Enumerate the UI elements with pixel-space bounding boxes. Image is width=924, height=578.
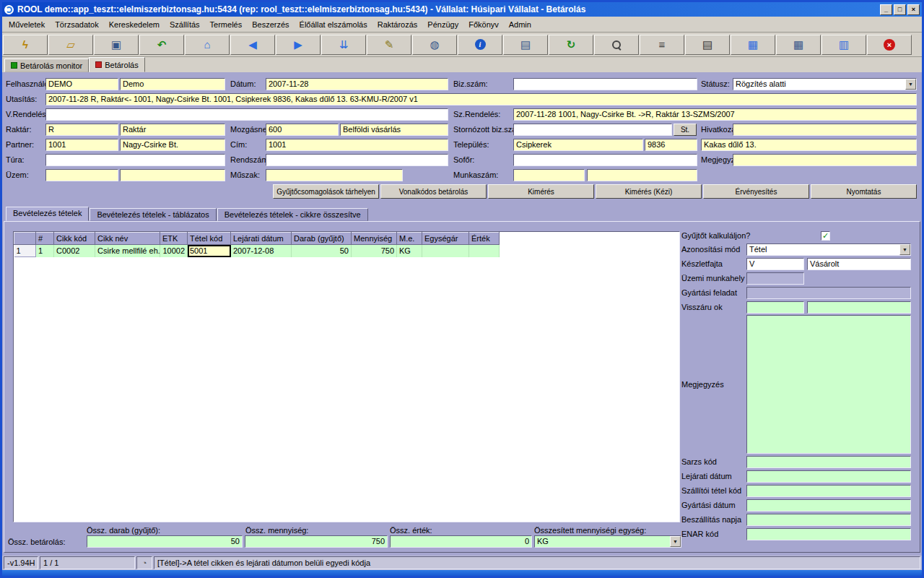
col-header-cikk-nev[interactable]: Cikk név bbox=[95, 233, 160, 245]
window-button[interactable]: ▤ bbox=[503, 35, 548, 55]
user-name-field[interactable]: Demo bbox=[120, 78, 225, 90]
mozgasnem-name-field[interactable]: Belföldi vásárlás bbox=[340, 124, 448, 136]
save-button[interactable]: ▣ bbox=[94, 35, 139, 55]
col-header-num[interactable]: # bbox=[36, 233, 54, 245]
raktar-code-field[interactable]: R bbox=[45, 124, 118, 136]
form-view-button[interactable]: ▥ bbox=[821, 35, 866, 55]
partner-name-field[interactable]: Nagy-Csirke Bt. bbox=[120, 139, 225, 151]
cell-lejarati[interactable]: 2007-12-08 bbox=[231, 245, 292, 257]
menu-item-fokonyv[interactable]: Főkönyv bbox=[463, 18, 504, 31]
cell-num[interactable]: 1 bbox=[36, 245, 54, 257]
col-header-mennyiseg[interactable]: Mennyiség bbox=[352, 233, 397, 245]
grid-edit-button[interactable]: ▦ bbox=[731, 35, 775, 55]
utasitas-field[interactable]: 2007-11-28 R, Raktár<- 1001, Nagy-Csirke… bbox=[45, 93, 917, 105]
menu-item-muveletek[interactable]: Műveletek bbox=[4, 18, 50, 31]
move-down-button[interactable]: ⇊ bbox=[321, 35, 366, 55]
chevron-down-icon[interactable]: ▼ bbox=[905, 79, 916, 90]
grid-view-button[interactable]: ▦ bbox=[776, 35, 821, 55]
keszletfajta-code-field[interactable]: V bbox=[746, 258, 804, 270]
sarzs-kod-field[interactable] bbox=[746, 456, 911, 468]
col-header-me[interactable]: M.e. bbox=[397, 233, 422, 245]
munkaszam-code-field[interactable] bbox=[513, 169, 585, 181]
statusz-select[interactable]: Rögzítés alatti ▼ bbox=[733, 78, 917, 90]
chevron-down-icon[interactable]: ▼ bbox=[670, 536, 681, 547]
tura-field[interactable] bbox=[45, 154, 225, 166]
chevron-down-icon[interactable]: ▼ bbox=[899, 244, 910, 255]
menu-item-szallitas[interactable]: Szállítás bbox=[165, 18, 205, 31]
munkaszam-name-field[interactable] bbox=[587, 169, 697, 181]
tab-betarolas[interactable]: Betárolás bbox=[89, 57, 144, 72]
user-code-field[interactable]: DEMO bbox=[45, 78, 118, 90]
visszaru-code-field[interactable] bbox=[746, 301, 804, 314]
hivatkozas-field[interactable] bbox=[733, 124, 917, 136]
table-row[interactable]: 1 1 C0002 Csirke mellfilé eh. 10002 5001… bbox=[14, 245, 680, 257]
menu-item-kereskedelem[interactable]: Kereskedelem bbox=[104, 18, 165, 31]
list-button[interactable]: ≡ bbox=[640, 35, 684, 55]
megjegyzes-textarea[interactable] bbox=[746, 315, 911, 454]
tab-bevetelezes-tetelek[interactable]: Bevételezés tételek bbox=[6, 207, 89, 221]
menu-item-torzsadatok[interactable]: Törzsadatok bbox=[50, 18, 104, 31]
raktar-name-field[interactable]: Raktár bbox=[120, 124, 225, 136]
print-button[interactable]: ▤ bbox=[685, 35, 730, 55]
tab-bevetelezes-cikkre[interactable]: Bevételezés tételek - cikkre összesítve bbox=[217, 208, 368, 221]
szrendeles-field[interactable]: 2007-11-28 1001, Nagy-Csirke Bt. ->R, Ra… bbox=[513, 108, 917, 121]
gyartasi-feladat-field[interactable] bbox=[746, 287, 911, 299]
row-selector-cell[interactable]: 1 bbox=[14, 245, 36, 257]
menu-item-eloallat[interactable]: Élőállat elszámolás bbox=[295, 18, 372, 31]
cell-etk[interactable]: 10002 bbox=[160, 245, 188, 257]
lejarati-datum-field[interactable] bbox=[746, 470, 911, 483]
home-button[interactable]: ⌂ bbox=[185, 35, 230, 55]
telepules-field[interactable]: Csipkerek bbox=[513, 139, 643, 151]
keszletfajta-name-field[interactable]: Vásárolt bbox=[807, 258, 911, 270]
sofor-field[interactable] bbox=[513, 154, 697, 166]
uzem-name-field[interactable] bbox=[120, 169, 225, 181]
tab-betarolas-monitor[interactable]: Betárolás monitor bbox=[4, 59, 89, 72]
next-button[interactable]: ▶ bbox=[276, 35, 321, 55]
megjegyzes-field[interactable] bbox=[733, 154, 917, 166]
uzem-code-field[interactable] bbox=[45, 169, 118, 181]
stornozott-field[interactable] bbox=[513, 124, 672, 136]
cell-cikk-nev[interactable]: Csirke mellfilé eh. bbox=[95, 245, 160, 257]
col-header-ertek[interactable]: Érték bbox=[469, 233, 500, 245]
azonositasi-mod-select[interactable]: Tétel ▼ bbox=[746, 243, 911, 256]
cell-egysegar[interactable] bbox=[422, 245, 469, 257]
ervenyesites-button[interactable]: Érvényesítés bbox=[703, 184, 809, 199]
date-field[interactable]: 2007-11-28 bbox=[266, 78, 448, 90]
col-header-darab[interactable]: Darab (gyűjtő) bbox=[292, 233, 352, 245]
cim-field[interactable]: 1001 bbox=[266, 139, 448, 151]
uzemi-munkahely-field[interactable] bbox=[746, 272, 804, 285]
visszaru-name-field[interactable] bbox=[807, 301, 911, 314]
menu-item-raktarozas[interactable]: Raktározás bbox=[372, 18, 423, 31]
cell-darab[interactable]: 50 bbox=[292, 245, 352, 257]
enar-kod-field[interactable] bbox=[746, 528, 911, 540]
menu-item-admin[interactable]: Admin bbox=[504, 18, 536, 31]
kimeres-button[interactable]: Kimérés bbox=[488, 184, 594, 199]
st-button[interactable]: St. bbox=[674, 124, 697, 136]
search-button[interactable] bbox=[594, 35, 639, 55]
sum-egyseg-select[interactable]: KG ▼ bbox=[534, 535, 681, 548]
rendszam-field[interactable] bbox=[266, 154, 448, 166]
cell-ertek[interactable] bbox=[469, 245, 500, 257]
gyujtocsomagolasok-button[interactable]: Gyűjtőcsomagolások tárhelyen bbox=[273, 184, 379, 199]
nyomtatas-button[interactable]: Nyomtatás bbox=[811, 184, 917, 199]
run-button[interactable]: ϟ bbox=[3, 35, 48, 55]
restore-button[interactable]: □ bbox=[894, 4, 906, 15]
edit-button[interactable]: ✎ bbox=[367, 35, 411, 55]
col-header-lejarati[interactable]: Lejárati dátum bbox=[231, 233, 292, 245]
cell-mennyiseg[interactable]: 750 bbox=[352, 245, 397, 257]
mozgasnem-code-field[interactable]: 600 bbox=[266, 124, 339, 136]
vrendeles-field[interactable] bbox=[45, 108, 448, 121]
menu-item-termeles[interactable]: Termelés bbox=[205, 18, 248, 31]
col-header-cikk-kod[interactable]: Cikk kód bbox=[54, 233, 95, 245]
utca-field[interactable]: Kakas dűlő 13. bbox=[701, 139, 917, 151]
gyartasi-datum-field[interactable] bbox=[746, 499, 911, 512]
cell-me[interactable]: KG bbox=[397, 245, 422, 257]
col-header-tetel-kod[interactable]: Tétel kód bbox=[188, 233, 231, 245]
partner-code-field[interactable]: 1001 bbox=[45, 139, 118, 151]
col-header-etk[interactable]: ETK bbox=[160, 233, 188, 245]
bizszam-field[interactable] bbox=[513, 78, 697, 90]
muszak-field[interactable] bbox=[266, 169, 403, 181]
info-button[interactable]: i bbox=[458, 35, 502, 55]
back-button[interactable]: ↶ bbox=[139, 35, 184, 55]
vonalkodos-betarolas-button[interactable]: Vonalkódos betárolás bbox=[380, 184, 487, 199]
